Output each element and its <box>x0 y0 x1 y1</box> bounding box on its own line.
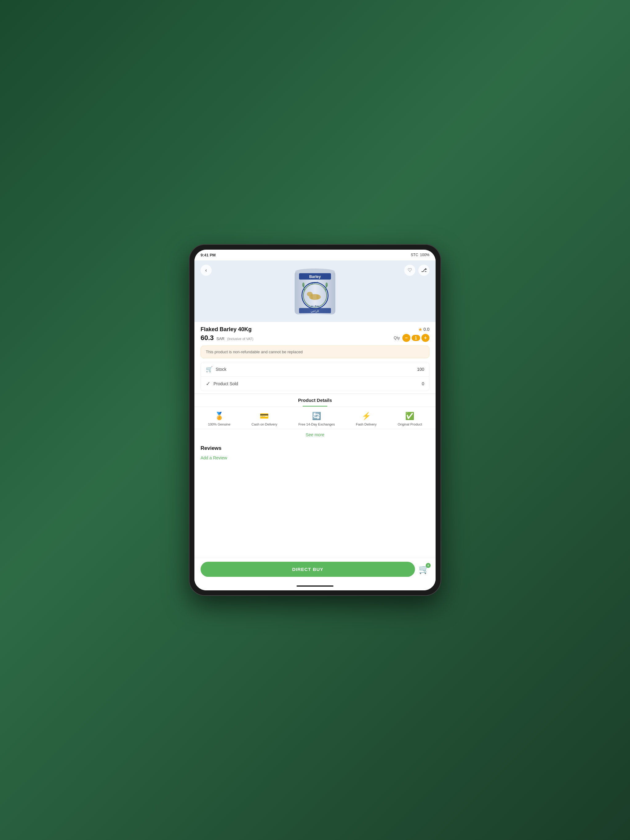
svg-point-11 <box>307 292 313 297</box>
reviews-section: Reviews Add a Review <box>195 440 435 466</box>
price-row: 60.3 SAR (Inclusive of VAT) Qty − 1 + <box>201 334 429 342</box>
product-image-area: Barley شعير <box>195 261 435 322</box>
qty-control: Qty − 1 + <box>394 334 429 342</box>
qty-label: Qty <box>394 335 400 340</box>
cash-icon: 💳 <box>260 412 269 420</box>
qty-decrease-button[interactable]: − <box>402 334 410 342</box>
stock-table: 🛒 Stock 100 ✓ Product Sold 0 <box>201 362 429 391</box>
back-button[interactable]: ‹ <box>201 265 212 276</box>
feature-exchange: 🔄 Free 14-Day Exchanges <box>298 412 335 426</box>
status-battery: 100% <box>420 253 429 257</box>
svg-text:AL RAI: AL RAI <box>311 305 319 308</box>
sold-row: ✓ Product Sold 0 <box>201 377 429 391</box>
original-label: Original Product <box>398 422 422 426</box>
heart-icon: ♡ <box>408 267 412 273</box>
svg-text:الراعي: الراعي <box>311 309 319 313</box>
svg-point-13 <box>302 283 304 287</box>
see-more-link[interactable]: See more <box>195 429 435 440</box>
home-indicator <box>195 583 435 591</box>
stock-text: Stock <box>216 367 226 372</box>
feature-genuine: 🏅 100% Genuine <box>208 412 230 426</box>
notice-box: This product is non-refundable and canno… <box>201 346 429 358</box>
sold-value: 0 <box>422 381 424 386</box>
cart-button[interactable]: 🛒 0 <box>419 564 429 574</box>
tablet-device: 9:41 PM STC 100% <box>189 244 441 596</box>
product-details-header: Product Details <box>195 393 435 407</box>
fast-label: Fash Delivery <box>356 422 377 426</box>
product-details-label: Product Details <box>298 398 332 403</box>
status-bar: 9:41 PM STC 100% <box>195 249 435 261</box>
tablet-screen: 9:41 PM STC 100% <box>195 249 435 591</box>
status-time: 9:41 PM <box>201 253 216 257</box>
sold-label: ✓ Product Sold <box>206 381 238 387</box>
app-content: Barley شعير <box>195 261 435 591</box>
stock-value: 100 <box>417 367 424 372</box>
exchange-icon: 🔄 <box>312 412 321 420</box>
svg-point-15 <box>326 283 328 287</box>
price-note: (Inclusive of VAT) <box>227 337 253 341</box>
original-icon: ✅ <box>405 412 414 420</box>
status-right: STC 100% <box>411 253 429 257</box>
rating-value: 0.0 <box>424 327 429 332</box>
cart-icon: 🛒 <box>206 366 212 373</box>
see-more-label: See more <box>306 432 324 437</box>
features-row: 🏅 100% Genuine 💳 Cash on Delivery 🔄 Free… <box>195 407 435 429</box>
empty-scroll-area <box>195 466 435 558</box>
stock-row: 🛒 Stock 100 <box>201 362 429 377</box>
back-icon: ‹ <box>205 267 207 273</box>
sold-text: Product Sold <box>214 381 238 386</box>
qty-increase-button[interactable]: + <box>421 334 429 342</box>
share-button[interactable]: ⎇ <box>418 265 429 276</box>
wishlist-button[interactable]: ♡ <box>404 265 415 276</box>
cart-badge: 0 <box>426 563 431 568</box>
direct-buy-button[interactable]: DIRECT BUY <box>201 562 415 577</box>
product-price: 60.3 <box>201 334 214 342</box>
bottom-bar: DIRECT BUY 🛒 0 <box>195 558 435 583</box>
cash-label: Cash on Delivery <box>252 422 277 426</box>
product-info: Flaked Barley 40Kg ★ 0.0 60.3 SAR (Inclu… <box>195 322 435 342</box>
product-title-row: Flaked Barley 40Kg ★ 0.0 <box>201 326 429 333</box>
stock-label: 🛒 Stock <box>206 366 226 373</box>
status-carrier: STC <box>411 253 418 257</box>
feature-fast: ⚡ Fash Delivery <box>356 412 377 426</box>
genuine-label: 100% Genuine <box>208 422 230 426</box>
reviews-title: Reviews <box>201 445 429 452</box>
exchange-label: Free 14-Day Exchanges <box>298 422 335 426</box>
fast-icon: ⚡ <box>362 412 371 420</box>
home-bar <box>296 586 334 587</box>
svg-rect-10 <box>317 295 319 299</box>
notice-text: This product is non-refundable and canno… <box>206 350 303 354</box>
price-area: 60.3 SAR (Inclusive of VAT) <box>201 334 253 342</box>
star-icon: ★ <box>418 327 423 332</box>
share-icon: ⎇ <box>421 267 427 273</box>
product-title: Flaked Barley 40Kg <box>201 326 252 333</box>
top-actions: ♡ ⎇ <box>404 265 429 276</box>
add-review-link[interactable]: Add a Review <box>201 455 227 460</box>
price-currency: SAR <box>216 336 225 341</box>
check-icon: ✓ <box>206 381 211 387</box>
feature-cash: 💳 Cash on Delivery <box>252 412 277 426</box>
feature-original: ✅ Original Product <box>398 412 422 426</box>
rating-row: ★ 0.0 <box>418 327 429 332</box>
qty-value: 1 <box>412 335 420 341</box>
genuine-icon: 🏅 <box>215 412 224 420</box>
top-nav: ‹ ♡ ⎇ <box>195 261 435 280</box>
